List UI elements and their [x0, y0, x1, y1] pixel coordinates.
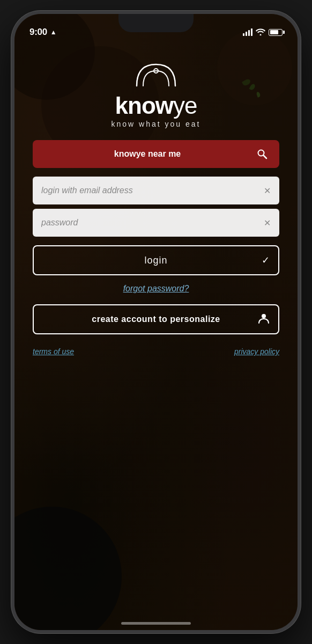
email-clear-icon[interactable]: ✕	[264, 186, 271, 196]
svg-point-3	[262, 314, 266, 318]
login-button-label: login	[144, 255, 167, 266]
notch	[118, 14, 194, 32]
create-account-button[interactable]: create account to personalize	[33, 304, 279, 334]
forgot-password-link[interactable]: forgot password?	[123, 284, 189, 294]
status-time: 9:00	[29, 27, 47, 38]
wifi-icon	[256, 28, 265, 37]
create-account-label: create account to personalize	[92, 314, 220, 324]
search-text: knowye near me	[41, 149, 254, 159]
location-icon: ▲	[50, 28, 57, 36]
password-field-container[interactable]: ✕	[33, 209, 279, 237]
logo-area: knowye know what you eat	[112, 54, 201, 128]
terms-of-use-link[interactable]: terms of use	[33, 347, 74, 356]
status-icons	[243, 28, 283, 37]
signal-bar-4	[251, 28, 252, 36]
signal-bar-1	[243, 33, 244, 36]
signal-bars	[243, 28, 252, 36]
email-field-container[interactable]: ✕	[33, 177, 279, 204]
login-check-icon: ✓	[262, 254, 270, 266]
user-icon	[258, 312, 270, 327]
main-content: knowye know what you eat knowye near me …	[14, 43, 298, 372]
login-button[interactable]: login ✓	[33, 245, 279, 275]
footer-links: terms of use privacy policy	[33, 347, 279, 356]
signal-bar-2	[246, 32, 247, 36]
logo-tagline: know what you eat	[112, 120, 201, 128]
screen: 9:00 ▲	[14, 14, 298, 630]
svg-line-2	[264, 156, 267, 159]
logo-text: knowye	[115, 94, 197, 118]
search-bar[interactable]: knowye near me	[33, 140, 279, 168]
password-input[interactable]	[41, 218, 264, 228]
home-indicator	[121, 622, 191, 625]
battery-icon	[269, 29, 283, 36]
privacy-policy-link[interactable]: privacy policy	[234, 347, 279, 356]
phone-frame: 9:00 ▲	[11, 11, 301, 633]
logo-icon	[129, 54, 183, 97]
signal-bar-3	[248, 30, 250, 36]
battery-fill	[270, 30, 279, 34]
email-input[interactable]	[41, 186, 264, 195]
password-clear-icon[interactable]: ✕	[264, 218, 271, 228]
search-button[interactable]	[254, 145, 271, 163]
